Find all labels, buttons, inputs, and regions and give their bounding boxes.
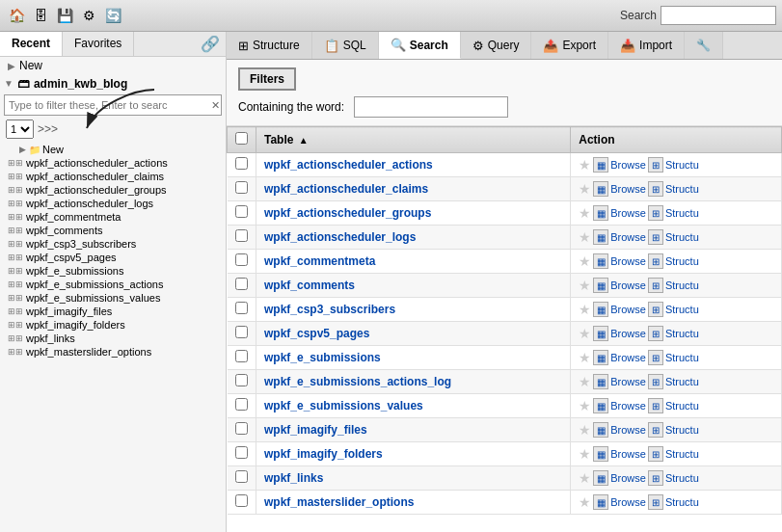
table-name-link[interactable]: wpkf_cspv5_pages xyxy=(264,327,369,340)
structure-button[interactable]: ⊞ Structu xyxy=(648,374,699,389)
list-item[interactable]: ⊞⊞ wpkf_e_submissions_actions xyxy=(0,278,226,291)
database-icon[interactable]: 🗄 xyxy=(30,5,51,26)
list-item[interactable]: ⊞⊞ wpkf_imagify_folders xyxy=(0,318,226,332)
browse-button[interactable]: ▦ Browse xyxy=(593,278,646,293)
row-checkbox[interactable] xyxy=(235,470,248,483)
list-item[interactable]: ⊞⊞ wpkf_commentmeta xyxy=(0,210,226,224)
list-item[interactable]: ⊞⊞ wpkf_cspv5_pages xyxy=(0,251,226,264)
structure-button[interactable]: ⊞ Structu xyxy=(648,446,699,462)
favorite-star-icon[interactable]: ★ xyxy=(579,326,591,341)
browse-button[interactable]: ▦ Browse xyxy=(593,253,646,269)
row-checkbox[interactable] xyxy=(235,181,248,194)
save-icon[interactable]: 💾 xyxy=(54,5,75,26)
table-name-link[interactable]: wpkf_actionscheduler_actions xyxy=(264,158,433,172)
structure-button[interactable]: ⊞ Structu xyxy=(648,157,699,173)
row-checkbox[interactable] xyxy=(235,422,248,435)
home-icon[interactable]: 🏠 xyxy=(6,5,27,26)
filters-button[interactable]: Filters xyxy=(238,67,296,91)
favorite-star-icon[interactable]: ★ xyxy=(579,205,591,221)
table-name-link[interactable]: wpkf_csp3_subscribers xyxy=(264,303,395,316)
filter-input[interactable] xyxy=(4,94,222,116)
list-item[interactable]: ⊞⊞ wpkf_links xyxy=(0,332,226,345)
page-select[interactable]: 1 xyxy=(6,120,34,139)
tab-structure[interactable]: ⊞ Structure xyxy=(227,32,312,59)
favorite-star-icon[interactable]: ★ xyxy=(579,422,591,438)
table-name-link[interactable]: wpkf_actionscheduler_logs xyxy=(264,230,416,244)
list-item[interactable]: ⊞⊞ wpkf_actionscheduler_logs xyxy=(0,197,226,210)
filter-clear-icon[interactable]: ✕ xyxy=(211,99,220,112)
structure-button[interactable]: ⊞ Structu xyxy=(648,350,699,365)
row-checkbox[interactable] xyxy=(235,205,248,218)
favorite-star-icon[interactable]: ★ xyxy=(579,181,591,197)
list-item[interactable]: ⊞⊞ wpkf_actionscheduler_actions xyxy=(0,156,226,170)
browse-button[interactable]: ▦ Browse xyxy=(593,374,646,389)
favorite-star-icon[interactable]: ★ xyxy=(579,398,591,413)
row-checkbox[interactable] xyxy=(235,278,248,290)
settings-icon[interactable]: ⚙ xyxy=(78,5,99,26)
browse-button[interactable]: ▦ Browse xyxy=(593,398,646,413)
structure-button[interactable]: ⊞ Structu xyxy=(648,470,699,486)
tab-search[interactable]: 🔍 Search xyxy=(379,32,461,59)
row-checkbox[interactable] xyxy=(235,494,248,507)
browse-button[interactable]: ▦ Browse xyxy=(593,470,646,486)
row-checkbox[interactable] xyxy=(235,253,248,266)
table-name-link[interactable]: wpkf_actionscheduler_groups xyxy=(264,206,431,220)
nav-more[interactable]: >>> xyxy=(38,122,58,136)
containing-input[interactable] xyxy=(354,96,508,118)
browse-button[interactable]: ▦ Browse xyxy=(593,205,646,221)
list-item[interactable]: ⊞⊞ wpkf_csp3_subscribers xyxy=(0,237,226,251)
table-name-link[interactable]: wpkf_comments xyxy=(264,279,355,292)
table-name-link[interactable]: wpkf_e_submissions xyxy=(264,351,381,364)
structure-button[interactable]: ⊞ Structu xyxy=(648,278,699,293)
search-input[interactable] xyxy=(661,6,776,25)
structure-button[interactable]: ⊞ Structu xyxy=(648,326,699,341)
list-item[interactable]: ⊞⊞ wpkf_comments xyxy=(0,224,226,237)
favorite-star-icon[interactable]: ★ xyxy=(579,253,591,269)
row-checkbox[interactable] xyxy=(235,398,248,411)
browse-button[interactable]: ▦ Browse xyxy=(593,446,646,462)
list-item[interactable]: ⊞⊞ wpkf_e_submissions xyxy=(0,264,226,278)
browse-button[interactable]: ▦ Browse xyxy=(593,229,646,245)
browse-button[interactable]: ▦ Browse xyxy=(593,422,646,438)
list-item[interactable]: ⊞⊞ wpkf_masterslider_options xyxy=(0,345,226,359)
table-name-link[interactable]: wpkf_actionscheduler_claims xyxy=(264,182,428,196)
structure-button[interactable]: ⊞ Structu xyxy=(648,229,699,245)
row-checkbox[interactable] xyxy=(235,446,248,459)
favorite-star-icon[interactable]: ★ xyxy=(579,374,591,389)
favorite-star-icon[interactable]: ★ xyxy=(579,302,591,317)
favorite-star-icon[interactable]: ★ xyxy=(579,494,591,510)
table-name-link[interactable]: wpkf_e_submissions_values xyxy=(264,399,423,412)
favorite-star-icon[interactable]: ★ xyxy=(579,229,591,245)
row-checkbox[interactable] xyxy=(235,229,248,242)
structure-button[interactable]: ⊞ Structu xyxy=(648,253,699,269)
table-name-link[interactable]: wpkf_imagify_files xyxy=(264,423,367,437)
favorite-star-icon[interactable]: ★ xyxy=(579,350,591,365)
structure-button[interactable]: ⊞ Structu xyxy=(648,302,699,317)
table-name-link[interactable]: wpkf_links xyxy=(264,471,323,485)
row-checkbox[interactable] xyxy=(235,326,248,338)
row-checkbox[interactable] xyxy=(235,157,248,170)
browse-button[interactable]: ▦ Browse xyxy=(593,494,646,510)
structure-button[interactable]: ⊞ Structu xyxy=(648,181,699,197)
structure-button[interactable]: ⊞ Structu xyxy=(648,398,699,413)
tab-query[interactable]: ⚙ Query xyxy=(461,32,532,59)
favorite-star-icon[interactable]: ★ xyxy=(579,278,591,293)
structure-button[interactable]: ⊞ Structu xyxy=(648,205,699,221)
db-item[interactable]: ▼ 🗃 admin_kwb_blog xyxy=(0,74,226,93)
tree-new-item[interactable]: ▶ 📁 New xyxy=(0,143,226,156)
row-checkbox[interactable] xyxy=(235,350,248,362)
structure-button[interactable]: ⊞ Structu xyxy=(648,422,699,438)
browse-button[interactable]: ▦ Browse xyxy=(593,350,646,365)
list-item[interactable]: ⊞⊞ wpkf_imagify_files xyxy=(0,305,226,318)
favorite-star-icon[interactable]: ★ xyxy=(579,470,591,486)
tab-recent[interactable]: Recent xyxy=(0,32,63,56)
refresh-icon[interactable]: 🔄 xyxy=(102,5,123,26)
structure-button[interactable]: ⊞ Structu xyxy=(648,494,699,510)
checkbox-header[interactable] xyxy=(228,127,256,153)
list-item[interactable]: ⊞⊞ wpkf_actionscheduler_groups xyxy=(0,183,226,197)
table-name-link[interactable]: wpkf_masterslider_options xyxy=(264,495,414,509)
list-item[interactable]: ⊞⊞ wpkf_e_submissions_values xyxy=(0,291,226,305)
tab-import[interactable]: 📥 Import xyxy=(608,32,685,59)
table-name-link[interactable]: wpkf_e_submissions_actions_log xyxy=(264,375,451,388)
browse-button[interactable]: ▦ Browse xyxy=(593,302,646,317)
